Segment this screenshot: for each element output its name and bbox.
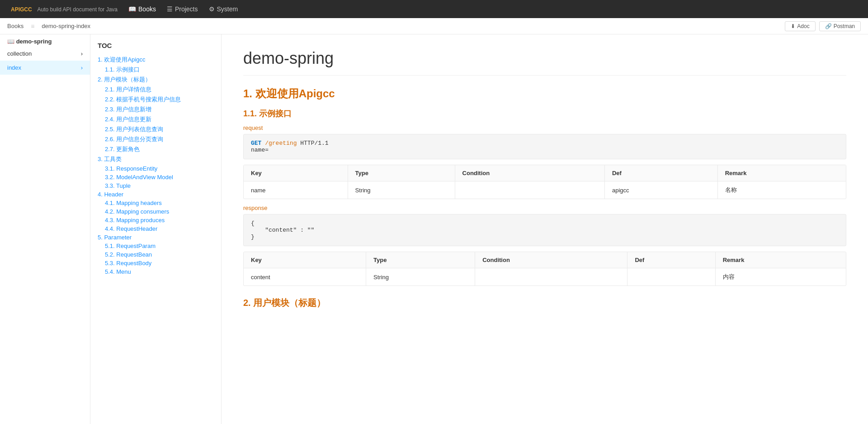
toc-link[interactable]: 3. 工具类 — [98, 154, 214, 164]
nav-projects[interactable]: ☰ Projects — [167, 5, 198, 13]
req-col-key: Key — [244, 165, 348, 181]
request-label: request — [243, 124, 846, 131]
toc-link[interactable]: 1. 欢迎使用Apigcc — [98, 55, 214, 65]
chevron-right-icon: › — [81, 50, 83, 57]
sidebar-item-index[interactable]: index › — [0, 61, 90, 75]
list-icon: ☰ — [167, 5, 173, 13]
book-small-icon: 📖 — [7, 38, 14, 45]
toc-link[interactable]: 2.3. 用户信息新增 — [105, 105, 214, 114]
download-icon: ⬇ — [791, 23, 795, 29]
toc-link[interactable]: 2.2. 根据手机号搜索用户信息 — [105, 95, 214, 105]
sidebar-item-collection[interactable]: collection › — [0, 47, 90, 61]
request-method: GET — [251, 140, 261, 147]
res-col-key: Key — [244, 252, 366, 268]
toc-list: 1. 欢迎使用Apigcc1.1. 示例接口2. 用户模块（标题）2.1. 用户… — [98, 55, 214, 276]
response-code-block: { "content" : "" } — [243, 214, 846, 246]
toc-link[interactable]: 3.1. ResponseEntity — [105, 164, 214, 173]
res-row-type: String — [366, 268, 475, 286]
adoc-button[interactable]: ⬇ Adoc — [785, 21, 815, 31]
toc-panel: TOC 1. 欢迎使用Apigcc1.1. 示例接口2. 用户模块（标题）2.1… — [90, 34, 222, 424]
subnav-current: demo-spring-index — [42, 23, 90, 29]
subnav-separator: ≡ — [31, 23, 34, 30]
sub-nav: Books ≡ demo-spring-index ⬇ Adoc 🔗 Postm… — [0, 18, 868, 34]
main-layout: 📖 demo-spring collection › index › TOC 1… — [0, 34, 868, 424]
req-col-type: Type — [348, 165, 455, 181]
brand: APIGCC Auto build API document for Java — [7, 5, 118, 13]
chevron-right-icon-index: › — [81, 64, 83, 71]
toc-link[interactable]: 2. 用户模块（标题） — [98, 75, 214, 85]
section2-title: 2. 用户模块（标题） — [243, 297, 846, 309]
res-col-condition: Condition — [475, 252, 627, 268]
subnav-actions: ⬇ Adoc 🔗 Postman — [785, 21, 861, 31]
subnav-books[interactable]: Books — [7, 23, 24, 29]
toc-link[interactable]: 2.7. 更新角色 — [105, 144, 214, 154]
req-col-condition: Condition — [455, 165, 604, 181]
req-row-condition — [455, 181, 604, 199]
toc-link[interactable]: 3.3. Tuple — [105, 181, 214, 190]
page-title: demo-spring — [243, 49, 846, 76]
toc-link[interactable]: 2.1. 用户详情信息 — [105, 85, 214, 95]
res-row-def — [627, 268, 715, 286]
toc-link[interactable]: 4.2. Mapping consumers — [105, 207, 214, 216]
postman-button[interactable]: 🔗 Postman — [819, 21, 861, 31]
toc-link[interactable]: 5. Parameter — [98, 233, 214, 242]
toc-link[interactable]: 4. Header — [98, 190, 214, 199]
brand-name: APIGCC — [11, 6, 32, 13]
sidebar: 📖 demo-spring collection › index › — [0, 34, 90, 424]
gear-icon: ⚙ — [209, 5, 215, 13]
request-proto: HTTP/1.1 — [300, 140, 328, 147]
request-body: name= — [251, 147, 269, 153]
link-icon: 🔗 — [825, 23, 832, 29]
toc-link[interactable]: 5.3. RequestBody — [105, 259, 214, 267]
res-row-condition — [475, 268, 627, 286]
response-label: response — [243, 205, 846, 211]
toc-link[interactable]: 4.1. Mapping headers — [105, 199, 214, 207]
request-path: /greeting — [265, 140, 297, 147]
nav-system[interactable]: ⚙ System — [209, 5, 238, 13]
toc-link[interactable]: 1.1. 示例接口 — [105, 65, 214, 75]
sidebar-project-title: 📖 demo-spring — [0, 34, 90, 47]
toc-link[interactable]: 2.5. 用户列表信息查询 — [105, 124, 214, 134]
res-col-remark: Remark — [715, 252, 846, 268]
res-col-def: Def — [627, 252, 715, 268]
req-col-def: Def — [604, 165, 717, 181]
request-code-block: GET /greeting HTTP/1.1 name= — [243, 134, 846, 159]
toc-link[interactable]: 2.4. 用户信息更新 — [105, 114, 214, 124]
res-col-type: Type — [366, 252, 475, 268]
req-col-remark: Remark — [717, 165, 846, 181]
main-content: demo-spring 1. 欢迎使用Apigcc 1.1. 示例接口 requ… — [222, 34, 868, 424]
toc-link[interactable]: 4.3. Mapping produces — [105, 216, 214, 224]
request-table: Key Type Condition Def Remark name Strin… — [243, 165, 846, 199]
top-nav: APIGCC Auto build API document for Java … — [0, 0, 868, 18]
response-table: Key Type Condition Def Remark content St… — [243, 252, 846, 286]
table-row: name String apigcc 名称 — [244, 181, 846, 199]
res-row-remark: 内容 — [715, 268, 846, 286]
subsection1-title: 1.1. 示例接口 — [243, 108, 846, 119]
req-row-type: String — [348, 181, 455, 199]
toc-link[interactable]: 2.6. 用户信息分页查询 — [105, 134, 214, 144]
req-row-key: name — [244, 181, 348, 199]
section1-title: 1. 欢迎使用Apigcc — [243, 86, 846, 101]
table-row: content String 内容 — [244, 268, 846, 286]
brand-sub: Auto build API document for Java — [38, 6, 118, 13]
req-row-remark: 名称 — [717, 181, 846, 199]
req-row-def: apigcc — [604, 181, 717, 199]
toc-link[interactable]: 4.4. RequestHeader — [105, 224, 214, 233]
res-row-key: content — [244, 268, 366, 286]
toc-link[interactable]: 5.1. RequestParam — [105, 242, 214, 250]
toc-title: TOC — [98, 42, 214, 49]
toc-link[interactable]: 5.2. RequestBean — [105, 250, 214, 259]
book-icon: 📖 — [128, 5, 136, 13]
toc-link[interactable]: 3.2. ModelAndView Model — [105, 173, 214, 181]
toc-link[interactable]: 5.4. Menu — [105, 267, 214, 276]
nav-books[interactable]: 📖 Books — [128, 5, 156, 13]
